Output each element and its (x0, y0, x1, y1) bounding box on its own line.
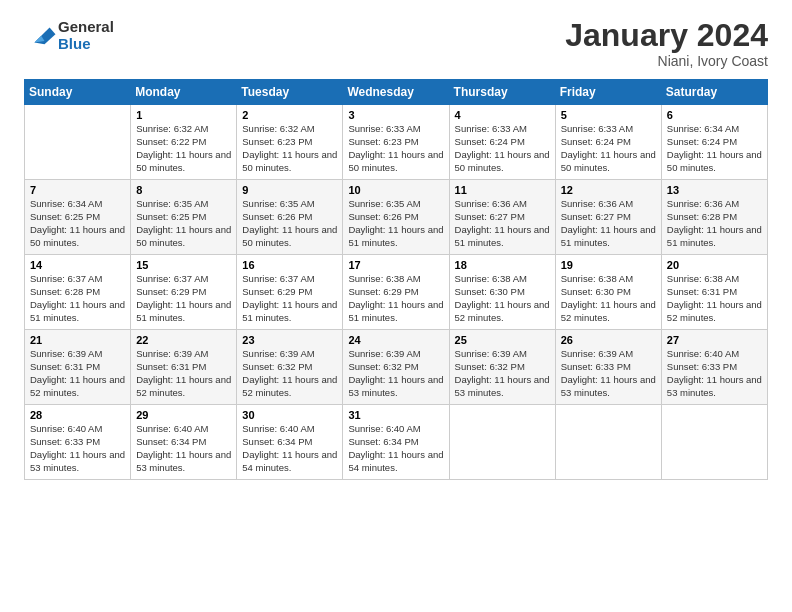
day-number: 24 (348, 334, 443, 346)
day-info: Sunrise: 6:34 AM Sunset: 6:24 PM Dayligh… (667, 123, 762, 174)
header-monday: Monday (131, 80, 237, 105)
day-number: 13 (667, 184, 762, 196)
title-block: January 2024 Niani, Ivory Coast (565, 18, 768, 69)
day-number: 15 (136, 259, 231, 271)
day-info: Sunrise: 6:32 AM Sunset: 6:22 PM Dayligh… (136, 123, 231, 174)
day-info: Sunrise: 6:39 AM Sunset: 6:32 PM Dayligh… (242, 348, 337, 399)
logo-general: General (58, 18, 114, 35)
day-cell-3-5: 26Sunrise: 6:39 AM Sunset: 6:33 PM Dayli… (555, 330, 661, 405)
day-info: Sunrise: 6:40 AM Sunset: 6:34 PM Dayligh… (242, 423, 337, 474)
day-number: 10 (348, 184, 443, 196)
day-info: Sunrise: 6:32 AM Sunset: 6:23 PM Dayligh… (242, 123, 337, 174)
week-row-3: 14Sunrise: 6:37 AM Sunset: 6:28 PM Dayli… (25, 255, 768, 330)
calendar: Sunday Monday Tuesday Wednesday Thursday… (24, 79, 768, 480)
day-cell-1-4: 11Sunrise: 6:36 AM Sunset: 6:27 PM Dayli… (449, 180, 555, 255)
header-saturday: Saturday (661, 80, 767, 105)
day-cell-2-2: 16Sunrise: 6:37 AM Sunset: 6:29 PM Dayli… (237, 255, 343, 330)
day-cell-0-6: 6Sunrise: 6:34 AM Sunset: 6:24 PM Daylig… (661, 105, 767, 180)
day-info: Sunrise: 6:33 AM Sunset: 6:23 PM Dayligh… (348, 123, 443, 174)
day-cell-3-6: 27Sunrise: 6:40 AM Sunset: 6:33 PM Dayli… (661, 330, 767, 405)
logo-blue: Blue (58, 35, 114, 52)
day-number: 7 (30, 184, 125, 196)
day-number: 11 (455, 184, 550, 196)
day-number: 9 (242, 184, 337, 196)
day-number: 29 (136, 409, 231, 421)
day-number: 6 (667, 109, 762, 121)
day-info: Sunrise: 6:40 AM Sunset: 6:33 PM Dayligh… (30, 423, 125, 474)
day-cell-1-1: 8Sunrise: 6:35 AM Sunset: 6:25 PM Daylig… (131, 180, 237, 255)
day-number: 1 (136, 109, 231, 121)
header-friday: Friday (555, 80, 661, 105)
week-row-5: 28Sunrise: 6:40 AM Sunset: 6:33 PM Dayli… (25, 405, 768, 480)
day-number: 8 (136, 184, 231, 196)
day-info: Sunrise: 6:38 AM Sunset: 6:29 PM Dayligh… (348, 273, 443, 324)
day-number: 31 (348, 409, 443, 421)
page: General Blue January 2024 Niani, Ivory C… (0, 0, 792, 612)
day-cell-1-5: 12Sunrise: 6:36 AM Sunset: 6:27 PM Dayli… (555, 180, 661, 255)
day-cell-0-5: 5Sunrise: 6:33 AM Sunset: 6:24 PM Daylig… (555, 105, 661, 180)
day-number: 26 (561, 334, 656, 346)
day-cell-0-4: 4Sunrise: 6:33 AM Sunset: 6:24 PM Daylig… (449, 105, 555, 180)
day-info: Sunrise: 6:38 AM Sunset: 6:31 PM Dayligh… (667, 273, 762, 324)
day-info: Sunrise: 6:37 AM Sunset: 6:28 PM Dayligh… (30, 273, 125, 324)
day-info: Sunrise: 6:38 AM Sunset: 6:30 PM Dayligh… (561, 273, 656, 324)
day-info: Sunrise: 6:35 AM Sunset: 6:25 PM Dayligh… (136, 198, 231, 249)
header-wednesday: Wednesday (343, 80, 449, 105)
day-cell-1-6: 13Sunrise: 6:36 AM Sunset: 6:28 PM Dayli… (661, 180, 767, 255)
day-number: 20 (667, 259, 762, 271)
day-info: Sunrise: 6:35 AM Sunset: 6:26 PM Dayligh… (242, 198, 337, 249)
header-sunday: Sunday (25, 80, 131, 105)
day-cell-3-2: 23Sunrise: 6:39 AM Sunset: 6:32 PM Dayli… (237, 330, 343, 405)
day-number: 14 (30, 259, 125, 271)
day-cell-1-0: 7Sunrise: 6:34 AM Sunset: 6:25 PM Daylig… (25, 180, 131, 255)
day-number: 28 (30, 409, 125, 421)
logo-icon (26, 19, 58, 51)
day-cell-3-3: 24Sunrise: 6:39 AM Sunset: 6:32 PM Dayli… (343, 330, 449, 405)
day-number: 4 (455, 109, 550, 121)
day-info: Sunrise: 6:40 AM Sunset: 6:34 PM Dayligh… (348, 423, 443, 474)
day-info: Sunrise: 6:34 AM Sunset: 6:25 PM Dayligh… (30, 198, 125, 249)
day-info: Sunrise: 6:39 AM Sunset: 6:33 PM Dayligh… (561, 348, 656, 399)
day-cell-2-6: 20Sunrise: 6:38 AM Sunset: 6:31 PM Dayli… (661, 255, 767, 330)
day-number: 23 (242, 334, 337, 346)
day-cell-2-1: 15Sunrise: 6:37 AM Sunset: 6:29 PM Dayli… (131, 255, 237, 330)
day-info: Sunrise: 6:40 AM Sunset: 6:34 PM Dayligh… (136, 423, 231, 474)
day-cell-4-3: 31Sunrise: 6:40 AM Sunset: 6:34 PM Dayli… (343, 405, 449, 480)
day-number: 2 (242, 109, 337, 121)
day-cell-0-1: 1Sunrise: 6:32 AM Sunset: 6:22 PM Daylig… (131, 105, 237, 180)
day-number: 21 (30, 334, 125, 346)
day-number: 17 (348, 259, 443, 271)
day-number: 22 (136, 334, 231, 346)
day-info: Sunrise: 6:37 AM Sunset: 6:29 PM Dayligh… (136, 273, 231, 324)
day-cell-4-2: 30Sunrise: 6:40 AM Sunset: 6:34 PM Dayli… (237, 405, 343, 480)
day-cell-1-2: 9Sunrise: 6:35 AM Sunset: 6:26 PM Daylig… (237, 180, 343, 255)
logo-text: General Blue (58, 18, 114, 53)
day-number: 3 (348, 109, 443, 121)
day-info: Sunrise: 6:33 AM Sunset: 6:24 PM Dayligh… (455, 123, 550, 174)
day-number: 27 (667, 334, 762, 346)
location: Niani, Ivory Coast (565, 53, 768, 69)
day-cell-2-4: 18Sunrise: 6:38 AM Sunset: 6:30 PM Dayli… (449, 255, 555, 330)
day-info: Sunrise: 6:39 AM Sunset: 6:32 PM Dayligh… (455, 348, 550, 399)
day-cell-0-3: 3Sunrise: 6:33 AM Sunset: 6:23 PM Daylig… (343, 105, 449, 180)
day-info: Sunrise: 6:36 AM Sunset: 6:27 PM Dayligh… (561, 198, 656, 249)
day-cell-2-3: 17Sunrise: 6:38 AM Sunset: 6:29 PM Dayli… (343, 255, 449, 330)
day-number: 18 (455, 259, 550, 271)
day-number: 16 (242, 259, 337, 271)
day-cell-3-0: 21Sunrise: 6:39 AM Sunset: 6:31 PM Dayli… (25, 330, 131, 405)
day-cell-4-6 (661, 405, 767, 480)
week-row-1: 1Sunrise: 6:32 AM Sunset: 6:22 PM Daylig… (25, 105, 768, 180)
week-row-2: 7Sunrise: 6:34 AM Sunset: 6:25 PM Daylig… (25, 180, 768, 255)
week-row-4: 21Sunrise: 6:39 AM Sunset: 6:31 PM Dayli… (25, 330, 768, 405)
day-number: 25 (455, 334, 550, 346)
day-cell-4-4 (449, 405, 555, 480)
day-info: Sunrise: 6:40 AM Sunset: 6:33 PM Dayligh… (667, 348, 762, 399)
day-number: 30 (242, 409, 337, 421)
day-cell-4-1: 29Sunrise: 6:40 AM Sunset: 6:34 PM Dayli… (131, 405, 237, 480)
header: General Blue January 2024 Niani, Ivory C… (24, 18, 768, 69)
day-cell-1-3: 10Sunrise: 6:35 AM Sunset: 6:26 PM Dayli… (343, 180, 449, 255)
day-info: Sunrise: 6:37 AM Sunset: 6:29 PM Dayligh… (242, 273, 337, 324)
day-info: Sunrise: 6:39 AM Sunset: 6:31 PM Dayligh… (30, 348, 125, 399)
header-tuesday: Tuesday (237, 80, 343, 105)
day-info: Sunrise: 6:39 AM Sunset: 6:32 PM Dayligh… (348, 348, 443, 399)
